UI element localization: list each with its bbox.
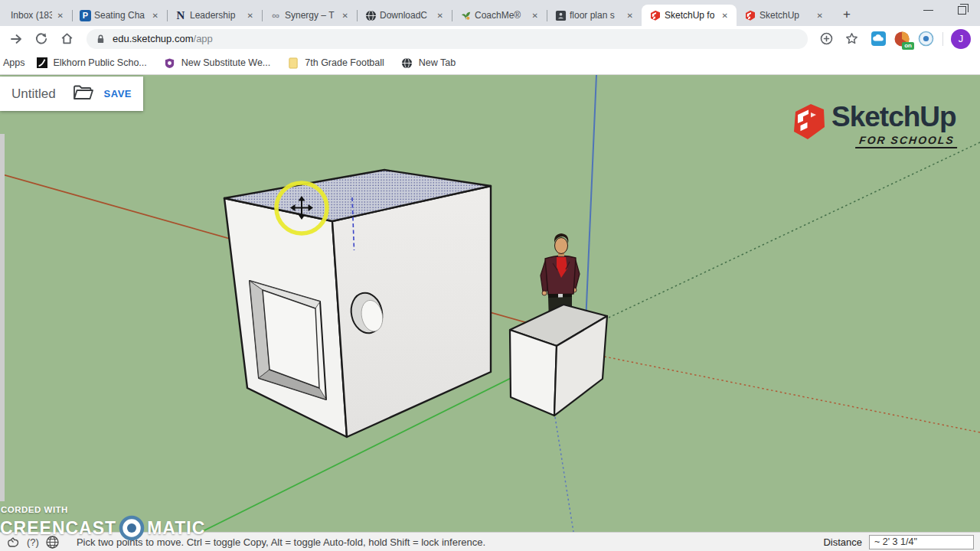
image-favicon <box>554 9 567 21</box>
tab-label: DownloadC <box>380 10 432 21</box>
cloud-extension-icon[interactable] <box>870 31 887 47</box>
bookmark-elkhorn-public-scho[interactable]: Elkhorn Public Scho... <box>36 57 147 69</box>
small-box-front-face <box>510 330 557 416</box>
sketchup-favicon <box>744 9 756 21</box>
bookmark-label: Elkhorn Public Scho... <box>54 57 147 68</box>
tab-leadership[interactable]: NLeadership✕ <box>167 5 262 26</box>
yellow-doc-favicon <box>287 57 299 69</box>
tab-sketchup[interactable]: SketchUp✕ <box>737 5 831 26</box>
red-axis-dotted <box>582 352 980 432</box>
open-folder-icon[interactable] <box>73 84 93 104</box>
tab-synergy-t[interactable]: ∞Synergy – T✕ <box>262 5 357 26</box>
bookmark-star-icon[interactable] <box>842 30 861 48</box>
tab-seating-cha[interactable]: PSeating Cha✕ <box>72 5 167 26</box>
screen: Inbox (183)✕PSeating Cha✕NLeadership✕∞Sy… <box>0 0 980 551</box>
sketchup-logo-icon <box>790 102 827 142</box>
powerschool-favicon: P <box>80 10 91 21</box>
tab-close-icon[interactable]: ✕ <box>530 10 541 21</box>
tab-divider <box>452 10 452 21</box>
document-header: Untitled SAVE <box>0 77 143 111</box>
tab-close-icon[interactable]: ✕ <box>720 10 730 21</box>
tab-label: floor plan s <box>570 10 622 21</box>
extension-on-badge: on <box>902 42 914 50</box>
bookmark-new-tab[interactable]: New Tab <box>401 57 456 69</box>
tab-downloadc[interactable]: DownloadC✕ <box>357 5 452 26</box>
help-icon[interactable]: (?) <box>27 536 39 548</box>
bookmark-new-substitute-we[interactable]: New Substitute We... <box>164 57 271 69</box>
tab-close-icon[interactable]: ✕ <box>625 10 635 21</box>
sketchup-logo-title: SketchUp <box>831 102 958 133</box>
save-button[interactable]: SAVE <box>104 88 132 99</box>
tab-label: Inbox (183) <box>11 10 52 21</box>
tab-divider <box>262 10 263 21</box>
tab-label: SketchUp fo <box>665 10 717 21</box>
tab-divider <box>357 10 358 21</box>
tab-close-icon[interactable]: ✕ <box>55 10 66 21</box>
collapsed-panel-strip[interactable] <box>0 134 5 501</box>
reload-icon[interactable] <box>32 30 51 48</box>
tab-label: CoachMe® <box>475 10 527 21</box>
status-bar: (?) Pick two points to move. Ctrl = togg… <box>0 532 980 551</box>
browser-toolbar: edu.sketchup.com/app on J <box>0 26 980 51</box>
sketchup-favicon <box>649 9 662 21</box>
small-box[interactable] <box>510 305 607 416</box>
tab-divider <box>547 10 547 21</box>
window-controls <box>923 6 966 15</box>
tab-label: Synergy – T <box>285 10 337 21</box>
sketchup-logo: SketchUp FOR SCHOOLS <box>790 102 958 148</box>
window-restore-button[interactable] <box>958 6 966 15</box>
bookmark-label: 7th Grade Football <box>305 57 384 68</box>
tab-close-icon[interactable]: ✕ <box>340 10 351 21</box>
tab-close-icon[interactable]: ✕ <box>245 10 256 21</box>
person-head <box>555 238 568 254</box>
send-to-devices-icon[interactable] <box>817 30 835 48</box>
sketchup-logo-subtitle: FOR SCHOOLS <box>855 134 959 148</box>
tab-close-icon[interactable]: ✕ <box>150 10 161 21</box>
green-axis-dotted <box>609 142 980 318</box>
coachme-favicon <box>459 9 472 21</box>
forward-icon[interactable] <box>7 30 25 48</box>
document-title[interactable]: Untitled <box>11 86 73 102</box>
tab-close-icon[interactable]: ✕ <box>815 10 825 21</box>
url-text: edu.sketchup.com/app <box>113 33 213 44</box>
globe-favicon <box>401 57 413 69</box>
bookmark-label: New Tab <box>419 57 456 68</box>
feedback-hand-icon[interactable] <box>6 535 21 549</box>
tab-sketchup-fo[interactable]: SketchUp fo✕ <box>642 5 737 26</box>
bookmarks-bar: Apps Elkhorn Public Scho...New Substitut… <box>0 51 980 75</box>
globe-favicon <box>364 9 377 21</box>
bookmark-label: New Substitute We... <box>181 57 271 68</box>
tab-label: Seating Cha <box>94 10 147 21</box>
lock-icon <box>96 34 106 44</box>
synergy-favicon: ∞ <box>270 9 282 21</box>
tab-label: Leadership <box>190 10 242 21</box>
browser-tab-strip: Inbox (183)✕PSeating Cha✕NLeadership✕∞Sy… <box>0 0 980 26</box>
home-icon[interactable] <box>57 30 76 48</box>
language-globe-icon[interactable] <box>45 535 60 549</box>
tab-label: SketchUp <box>760 10 812 21</box>
tab-coachme[interactable]: CoachMe®✕ <box>452 5 547 26</box>
orange-extension-icon[interactable]: on <box>893 31 910 47</box>
window-minimize-button[interactable] <box>923 10 933 11</box>
elkhorn-favicon <box>36 57 48 69</box>
large-box[interactable] <box>224 170 491 437</box>
status-hint-text: Pick two points to move. Ctrl = toggle C… <box>77 536 824 548</box>
tab-floor-plan-s[interactable]: floor plan s✕ <box>547 5 642 26</box>
new-tab-button[interactable]: + <box>838 7 856 22</box>
bookmark-7th-grade-football[interactable]: 7th Grade Football <box>287 57 384 69</box>
purple-badge-favicon <box>164 57 176 69</box>
distance-input[interactable] <box>869 535 974 549</box>
tab-divider <box>167 10 168 21</box>
tab-divider <box>72 10 73 21</box>
bookmarks-apps-label[interactable]: Apps <box>3 57 25 68</box>
letter-n-favicon: N <box>175 9 187 21</box>
profile-avatar[interactable]: J <box>951 29 971 49</box>
blue-axis-solid <box>585 75 596 341</box>
toolbar-divider <box>942 32 943 46</box>
tab-inbox-183[interactable]: Inbox (183)✕ <box>0 5 72 26</box>
screencast-extension-icon[interactable] <box>917 31 934 47</box>
distance-label: Distance <box>823 536 862 548</box>
tab-close-icon[interactable]: ✕ <box>435 10 446 21</box>
blue-axis-dotted <box>555 417 573 532</box>
address-bar[interactable]: edu.sketchup.com/app <box>87 29 808 49</box>
